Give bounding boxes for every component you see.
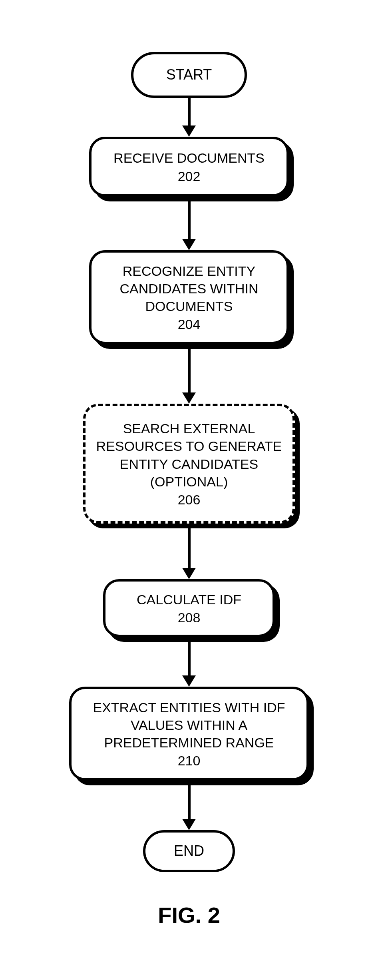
arrow-5	[182, 642, 196, 687]
flowchart-container: START RECEIVE DOCUMENTS 202 RECOGNIZE EN…	[69, 52, 309, 872]
end-label: END	[174, 842, 204, 860]
step-204-line1: RECOGNIZE ENTITY	[123, 262, 255, 280]
arrow-2	[182, 201, 196, 250]
step-206-line4: (OPTIONAL)	[150, 473, 228, 490]
step-210-ref: 210	[178, 753, 201, 769]
process-search-external: SEARCH EXTERNAL RESOURCES TO GENERATE EN…	[83, 404, 295, 524]
step-208-text: CALCULATE IDF	[137, 591, 241, 608]
step-204-line3: DOCUMENTS	[145, 297, 233, 315]
step-210-line3: PREDETERMINED RANGE	[104, 734, 274, 751]
process-recognize-entity: RECOGNIZE ENTITY CANDIDATES WITHIN DOCUM…	[89, 250, 289, 344]
arrow-4	[182, 528, 196, 579]
arrow-1	[182, 98, 196, 137]
arrow-3	[182, 349, 196, 404]
arrow-6	[182, 785, 196, 830]
start-label: START	[166, 66, 212, 84]
step-206-ref: 206	[178, 492, 201, 508]
end-terminator: END	[143, 830, 235, 872]
step-208-ref: 208	[178, 610, 201, 625]
process-calculate-idf: CALCULATE IDF 208	[103, 579, 275, 637]
figure-label: FIG. 2	[158, 902, 220, 928]
step-202-ref: 202	[178, 169, 201, 184]
process-receive-documents: RECEIVE DOCUMENTS 202	[89, 137, 289, 197]
step-204-ref: 204	[178, 317, 201, 332]
step-206-line1: SEARCH EXTERNAL	[123, 420, 255, 437]
step-204-line2: CANDIDATES WITHIN	[120, 280, 259, 297]
step-202-text: RECEIVE DOCUMENTS	[113, 149, 265, 167]
step-210-line2: VALUES WITHIN A	[131, 716, 247, 734]
step-206-line3: ENTITY CANDIDATES	[120, 455, 258, 473]
step-210-line1: EXTRACT ENTITIES WITH IDF	[93, 699, 285, 716]
start-terminator: START	[131, 52, 247, 98]
step-206-line2: RESOURCES TO GENERATE	[96, 437, 282, 455]
process-extract-entities: EXTRACT ENTITIES WITH IDF VALUES WITHIN …	[69, 687, 309, 781]
